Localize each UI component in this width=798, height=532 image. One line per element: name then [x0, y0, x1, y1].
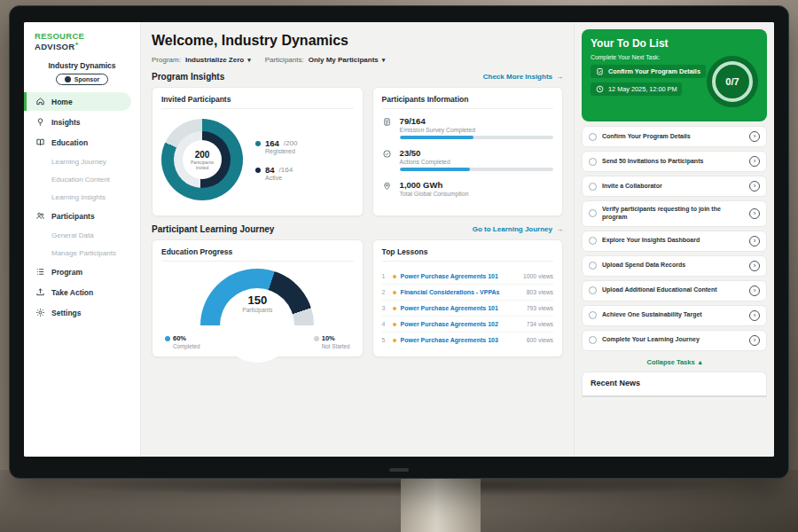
progress-fill: [400, 136, 473, 139]
survey-icon: [382, 117, 393, 127]
info-row-global-consumption: 1,000 GWh Total Global Consumption: [382, 180, 553, 200]
info-row-emission-survey: 79/164 Emission Survey Completed: [382, 116, 553, 139]
collapse-tasks-link[interactable]: Collapse Tasks ▴: [582, 356, 767, 367]
task-label: Explore Your Insights Dashboard: [602, 237, 700, 245]
lesson-bullet-icon: [393, 307, 396, 310]
sidebar-item-learning-insights[interactable]: Learning Insights: [24, 189, 140, 205]
chevron-right-icon[interactable]: ›: [749, 310, 760, 321]
task-checkbox[interactable]: [589, 158, 597, 166]
pin-icon: [382, 181, 393, 191]
legend-value: 164: [265, 138, 279, 148]
lesson-link[interactable]: Power Purchase Agreements 101: [401, 305, 498, 311]
program-dropdown[interactable]: Industrialize Zero ▾: [185, 56, 251, 64]
legend-item-completed: 60% Completed: [165, 334, 200, 349]
legend-label: Registered: [265, 148, 297, 154]
task-item[interactable]: Upload Spend Data Records ›: [582, 255, 767, 277]
lesson-link[interactable]: Financial Considerations - VPPAs: [401, 289, 500, 295]
task-item[interactable]: Upload Additional Educational Content ›: [582, 280, 767, 301]
task-checkbox[interactable]: [589, 183, 597, 191]
sidebar-item-label: General Data: [51, 231, 94, 239]
task-label: Invite a Collaborator: [602, 183, 662, 191]
task-label: Verify participants requesting to join t…: [602, 206, 737, 222]
lesson-rank: 2: [382, 289, 388, 295]
lesson-rank: 5: [382, 337, 388, 343]
lesson-views: 793 views: [527, 305, 553, 311]
sidebar-item-general-data[interactable]: General Data: [24, 227, 140, 243]
gear-icon: [35, 308, 45, 318]
lesson-row: 4 Power Purchase Agreements 102 734 view…: [382, 317, 553, 332]
program-insights-header: Program Insights Check More Insights →: [152, 72, 563, 82]
chevron-right-icon[interactable]: ›: [749, 236, 760, 246]
lesson-bullet-icon: [393, 323, 396, 326]
task-checkbox[interactable]: [589, 286, 597, 294]
sidebar-item-take-action[interactable]: Take Action: [24, 283, 140, 301]
sidebar-item-settings[interactable]: Settings: [24, 303, 140, 322]
lesson-row: 3 Power Purchase Agreements 101 793 view…: [382, 301, 553, 317]
legend-total: /164: [279, 166, 293, 174]
chevron-right-icon[interactable]: ›: [749, 261, 760, 271]
task-item[interactable]: Verify participants requesting to join t…: [582, 200, 767, 227]
task-item[interactable]: Complete Your Learning Journey ›: [582, 330, 767, 351]
chevron-right-icon[interactable]: ›: [749, 286, 760, 296]
chevron-right-icon[interactable]: ›: [749, 208, 760, 219]
top-lessons-card: Top Lessons 1 Power Purchase Agreements …: [372, 239, 563, 357]
sidebar-item-label: Insights: [51, 118, 81, 127]
next-task-time-chip: 12 May 2025, 12:00 PM: [591, 82, 682, 96]
sidebar-item-label: Home: [51, 98, 73, 106]
task-checkbox[interactable]: [589, 133, 597, 141]
lesson-link[interactable]: Power Purchase Agreements 102: [401, 321, 498, 327]
lesson-link[interactable]: Power Purchase Agreements 101: [401, 273, 498, 279]
chevron-right-icon[interactable]: ›: [749, 156, 760, 167]
sidebar-item-label: Learning Journey: [51, 158, 106, 166]
chevron-right-icon[interactable]: ›: [749, 335, 760, 346]
page-title: Welcome, Industry Dynamics: [152, 33, 563, 49]
task-checkbox[interactable]: [589, 311, 597, 319]
task-item[interactable]: Invite a Collaborator ›: [582, 176, 767, 197]
section-title: Participant Learning Journey: [152, 224, 274, 234]
chevron-right-icon[interactable]: ›: [749, 181, 760, 192]
info-value: 1,000 GWh: [400, 180, 553, 190]
task-item[interactable]: Achieve One Sustainability Target ›: [582, 305, 767, 326]
task-item[interactable]: Send 50 Invitations to Participants ›: [582, 151, 767, 172]
check-more-insights-link[interactable]: Check More Insights →: [483, 73, 563, 81]
sidebar-item-manage-participants[interactable]: Manage Participants: [24, 245, 140, 261]
sidebar-item-program[interactable]: Program: [24, 262, 140, 281]
sidebar-item-education-content[interactable]: Education Content: [24, 171, 140, 187]
sidebar-item-home[interactable]: Home: [24, 92, 131, 111]
task-checkbox[interactable]: [589, 262, 597, 270]
photo-background: RESOURCE ADVISOR+ Industry Dynamics Spon…: [0, 0, 798, 532]
task-item[interactable]: Explore Your Insights Dashboard ›: [582, 231, 767, 252]
brand-logo: RESOURCE ADVISOR+: [24, 31, 140, 57]
next-task-chip[interactable]: Confirm Your Program Details: [591, 65, 706, 78]
task-checkbox[interactable]: [589, 237, 597, 245]
sidebar-item-participants[interactable]: Participants: [24, 207, 140, 225]
insights-cards: Invited Participants 200 Participants In…: [152, 87, 563, 216]
participants-filter: Participants: Only My Participants ▾: [265, 56, 386, 64]
chevron-right-icon[interactable]: ›: [749, 131, 760, 142]
task-checkbox[interactable]: [589, 336, 597, 344]
go-to-learning-journey-link[interactable]: Go to Learning Journey →: [473, 225, 563, 233]
sponsor-badge: Sponsor: [56, 74, 108, 85]
task-label: Achieve One Sustainability Target: [602, 311, 702, 319]
section-title: Program Insights: [152, 72, 224, 82]
participants-dropdown[interactable]: Only My Participants ▾: [309, 56, 386, 64]
task-checkbox[interactable]: [589, 209, 597, 217]
todo-progress-value: 0/7: [712, 61, 753, 102]
sidebar-item-label: Program: [51, 268, 82, 277]
lesson-bullet-icon: [393, 339, 396, 342]
todo-panel: Your To Do List Complete Your Next Task:…: [574, 22, 774, 457]
power-led: [389, 468, 409, 472]
home-icon: [35, 97, 45, 107]
sidebar-item-education[interactable]: Education: [24, 133, 140, 152]
filters-bar: Program: Industrialize Zero ▾ Participan…: [152, 56, 563, 64]
clipboard-check-icon: [596, 67, 604, 75]
task-item[interactable]: Confirm Your Program Details ›: [582, 126, 767, 147]
legend-dot: [165, 336, 170, 341]
todo-summary-card: Your To Do List Complete Your Next Task:…: [582, 29, 767, 121]
lesson-link[interactable]: Power Purchase Agreements 103: [401, 337, 498, 343]
sidebar-item-insights[interactable]: Insights: [24, 113, 140, 131]
card-title: Education Progress: [161, 247, 354, 262]
task-label: Complete Your Learning Journey: [602, 336, 700, 344]
lesson-bullet-icon: [393, 275, 396, 278]
sidebar-item-learning-journey[interactable]: Learning Journey: [24, 153, 140, 169]
